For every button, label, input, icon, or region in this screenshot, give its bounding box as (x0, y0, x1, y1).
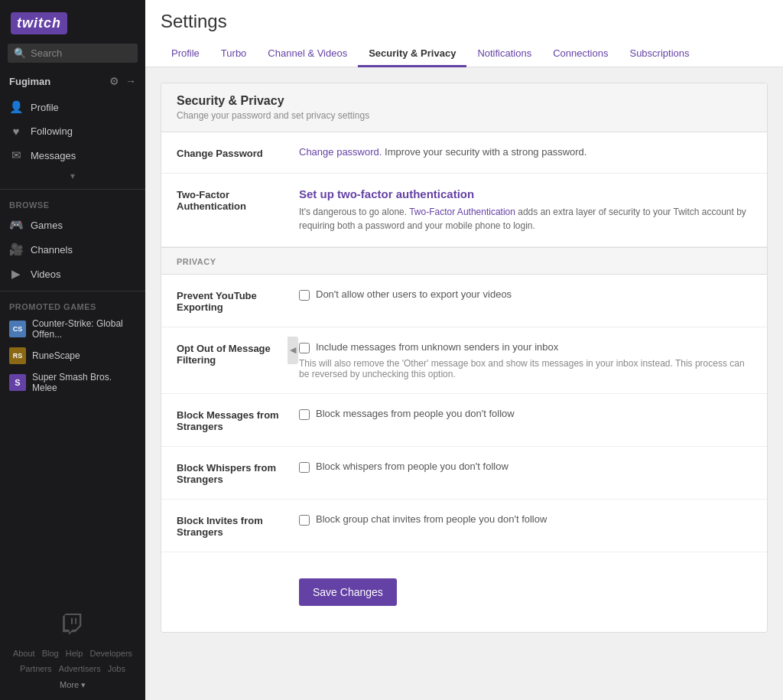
privacy-label: PRIVACY (177, 257, 216, 266)
channels-icon: 🎥 (9, 243, 23, 256)
prevent-youtube-checkbox[interactable] (299, 290, 310, 301)
sidebar-nav-videos[interactable]: ▶ Videos (0, 262, 145, 286)
footer-link-blog[interactable]: Blog (42, 649, 59, 658)
settings-icon[interactable]: ⚙ (109, 75, 119, 87)
opt-out-content: Include messages from unknown senders in… (299, 341, 752, 379)
game-name-cs: Counter-Strike: Global Offen... (32, 318, 136, 340)
settings-content: Security & Privacy Change your password … (145, 67, 783, 700)
two-factor-desc: It's dangerous to go alone. Two-Factor A… (299, 205, 752, 233)
block-messages-checkbox-row: Block messages from people you don't fol… (299, 408, 752, 420)
more-chevron-icon: ▾ (81, 680, 86, 690)
main-content: Settings Profile Turbo Channel & Videos … (145, 0, 783, 700)
more-button[interactable]: More ▾ (60, 680, 86, 690)
tabs-nav: Profile Turbo Channel & Videos Security … (161, 41, 768, 67)
videos-icon: ▶ (9, 267, 23, 281)
tab-security-privacy[interactable]: Security & Privacy (358, 41, 466, 67)
footer-link-help[interactable]: Help (66, 649, 83, 658)
change-password-row: Change Password Change password. Improve… (161, 132, 767, 174)
save-changes-button[interactable]: Save Changes (299, 578, 397, 606)
block-whispers-checkbox[interactable] (299, 462, 310, 473)
opt-out-desc: This will also remove the 'Other' messag… (299, 358, 752, 379)
sidebar-nav-profile[interactable]: 👤 Profile (0, 95, 145, 119)
sidebar-nav-following[interactable]: ♥ Following (0, 119, 145, 143)
prevent-youtube-content: Don't allow other users to export your v… (299, 288, 752, 301)
sidebar-label-following: Following (31, 125, 73, 137)
prevent-youtube-label: Prevent YouTube Exporting (177, 288, 299, 313)
two-factor-row: Two-Factor Authentication Set up two-fac… (161, 174, 767, 247)
block-whispers-checkbox-label: Block whispers from people you don't fol… (316, 461, 508, 472)
sidebar-label-channels: Channels (31, 244, 73, 256)
sidebar: twitch 🔍 Fugiman ⚙ → 👤 Profile ♥ Followi… (0, 0, 145, 700)
save-spacer (177, 566, 299, 568)
username-label: Fugiman (9, 76, 50, 87)
tab-turbo[interactable]: Turbo (210, 41, 257, 67)
save-row: Save Changes (161, 552, 767, 632)
section-title: Security & Privacy (177, 94, 752, 108)
footer-link-jobs[interactable]: Jobs (108, 664, 125, 673)
game-name-ssb: Super Smash Bros. Melee (32, 372, 136, 393)
opt-out-checkbox[interactable] (299, 343, 310, 353)
settings-card-header: Security & Privacy Change your password … (161, 83, 767, 132)
logout-icon[interactable]: → (125, 75, 136, 87)
sidebar-divider-2 (0, 291, 145, 291)
promoted-game-runescape[interactable]: RS RuneScape (0, 343, 145, 368)
dropdown-arrow[interactable]: ▾ (0, 168, 145, 184)
promoted-game-cs[interactable]: CS Counter-Strike: Global Offen... (0, 314, 145, 343)
opt-out-checkbox-row: Include messages from unknown senders in… (299, 341, 752, 353)
section-subtitle: Change your password and set privacy set… (177, 110, 752, 121)
block-invites-checkbox[interactable] (299, 515, 310, 526)
tab-notifications[interactable]: Notifications (466, 41, 542, 67)
sidebar-label-games: Games (31, 220, 63, 231)
prevent-youtube-checkbox-label: Don't allow other users to export your v… (316, 288, 512, 300)
two-factor-link[interactable]: Set up two-factor authentication (299, 187, 752, 200)
change-password-content: Change password. Improve your security w… (299, 146, 752, 158)
change-password-label: Change Password (177, 146, 299, 159)
two-factor-inner-link[interactable]: Two-Factor Authentication (409, 207, 515, 217)
prevent-youtube-row: Prevent YouTube Exporting Don't allow ot… (161, 275, 767, 327)
block-whispers-checkbox-row: Block whispers from people you don't fol… (299, 461, 752, 473)
game-name-runescape: RuneScape (32, 350, 80, 361)
block-messages-checkbox[interactable] (299, 409, 310, 420)
sidebar-label-messages: Messages (31, 150, 76, 161)
footer-link-about[interactable]: About (13, 649, 35, 658)
search-icon: 🔍 (14, 47, 26, 59)
sidebar-nav-channels[interactable]: 🎥 Channels (0, 237, 145, 262)
sidebar-footer: About Blog Help Developers Partners Adve… (0, 604, 145, 700)
tab-channel-videos[interactable]: Channel & Videos (257, 41, 358, 67)
page-title: Settings (161, 11, 768, 32)
sidebar-label-videos: Videos (31, 269, 61, 280)
footer-link-developers[interactable]: Developers (89, 649, 132, 658)
promoted-game-ssb[interactable]: S Super Smash Bros. Melee (0, 368, 145, 397)
game-thumb-rs: RS (9, 347, 26, 364)
block-messages-checkbox-label: Block messages from people you don't fol… (316, 408, 515, 419)
footer-link-advertisers[interactable]: Advertisers (59, 664, 101, 673)
block-whispers-row: Block Whispers from Strangers Block whis… (161, 447, 767, 500)
block-invites-row: Block Invites from Strangers Block group… (161, 500, 767, 552)
username-actions: ⚙ → (109, 75, 136, 87)
games-icon: 🎮 (9, 218, 23, 232)
footer-link-partners[interactable]: Partners (20, 664, 52, 673)
footer-links: About Blog Help Developers Partners Adve… (9, 646, 136, 677)
footer-twitch-icon (9, 614, 136, 640)
search-input[interactable] (31, 47, 132, 59)
twitch-logo: twitch (11, 12, 67, 34)
opt-out-label: Opt Out of Message Filtering (177, 341, 299, 366)
opt-out-checkbox-label: Include messages from unknown senders in… (316, 341, 558, 353)
user-section: Fugiman ⚙ → (0, 70, 145, 95)
tab-profile[interactable]: Profile (161, 41, 210, 67)
tab-connections[interactable]: Connections (542, 41, 619, 67)
sidebar-nav-games[interactable]: 🎮 Games (0, 213, 145, 237)
block-whispers-content: Block whispers from people you don't fol… (299, 461, 752, 473)
two-factor-content: Set up two-factor authentication It's da… (299, 187, 752, 233)
block-invites-checkbox-label: Block group chat invites from people you… (316, 513, 547, 525)
change-password-link[interactable]: Change password. (299, 146, 382, 158)
two-factor-label: Two-Factor Authentication (177, 187, 299, 212)
sidebar-nav-messages[interactable]: ✉ Messages (0, 143, 145, 168)
search-bar[interactable]: 🔍 (8, 44, 138, 63)
privacy-divider: PRIVACY (161, 247, 767, 275)
game-thumb-ssb: S (9, 374, 26, 391)
collapse-sidebar-handle[interactable]: ◀ (288, 337, 298, 364)
save-content: Save Changes (299, 566, 752, 618)
messages-icon: ✉ (9, 148, 23, 162)
tab-subscriptions[interactable]: Subscriptions (619, 41, 700, 67)
